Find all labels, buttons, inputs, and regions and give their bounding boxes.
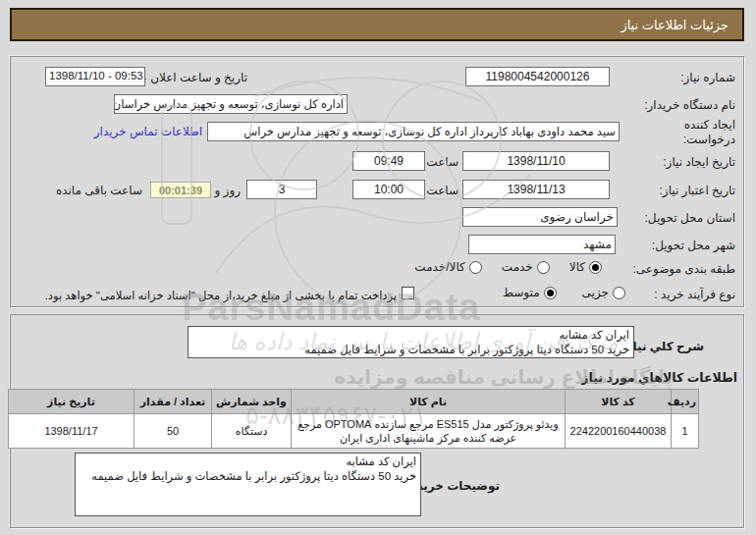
need-number-label: شماره نیاز: bbox=[680, 71, 735, 84]
buyer-contact-link[interactable]: اطلاعات تماس خریدار bbox=[94, 125, 202, 138]
page-title: جزئیات اطلاعات نیاز bbox=[621, 18, 729, 32]
page-title-bar: جزئیات اطلاعات نیاز bbox=[10, 8, 744, 41]
days-and-label: روز و bbox=[214, 184, 241, 197]
radio-icon[interactable] bbox=[537, 261, 550, 274]
radio-icon[interactable] bbox=[544, 287, 557, 299]
col-goods-code: کد کالا bbox=[566, 390, 672, 414]
col-unit: واحد شمارش bbox=[212, 390, 292, 414]
classification-label: طبقه بندی موضوعی: bbox=[632, 262, 735, 276]
radio-option-medium[interactable]: متوسط bbox=[503, 286, 557, 299]
announce-datetime-field[interactable]: 1398/11/10 - 09:53 bbox=[45, 67, 145, 86]
need-number-field[interactable]: 1198004542000126 bbox=[465, 67, 610, 86]
purchase-type-label: نوع فرآیند خرید : bbox=[654, 288, 735, 301]
goods-table-row: 1 2242200160440038 ویدئو پروژکتور مدل ES… bbox=[9, 414, 699, 449]
buyer-notes-field[interactable]: ایران کد مشابه خرید 50 دستگاه دیتا پروژک… bbox=[75, 453, 421, 516]
purchase-type-radio-group: جزیی متوسط bbox=[503, 286, 625, 299]
cell-unit: دستگاه bbox=[212, 414, 292, 449]
radio-option-partial[interactable]: جزیی bbox=[582, 286, 625, 299]
creator-label: ایجاد کننده درخواست: bbox=[683, 118, 735, 147]
creator-field[interactable]: سید محمد داودی بهاباد کارپرداز اداره کل … bbox=[207, 122, 620, 141]
city-field[interactable]: مشهد bbox=[468, 235, 616, 254]
goods-section-title: اطلاعات کالاهاي مورد نیاز bbox=[581, 370, 737, 385]
valid-hour-label: ساعت bbox=[426, 184, 459, 197]
col-row-number: ردیف bbox=[672, 390, 699, 414]
create-time-field[interactable]: 09:49 bbox=[352, 151, 425, 171]
need-details-panel: شماره نیاز: 1198004542000126 تاریخ و ساع… bbox=[10, 56, 744, 307]
province-field[interactable]: خراسان رضوی bbox=[462, 207, 618, 227]
radio-option-goods[interactable]: کالا bbox=[569, 260, 602, 274]
cell-goods-name: ویدئو پروژکتور مدل ES515 مرجع سازنده OPT… bbox=[292, 414, 566, 449]
goods-table-header-row: ردیف کد کالا نام کالا واحد شمارش تعداد /… bbox=[9, 390, 699, 414]
create-date-label: تاریخ ایجاد نیاز: bbox=[663, 155, 735, 169]
hours-remaining-label: ساعت باقی مانده bbox=[56, 184, 142, 197]
radio-icon[interactable] bbox=[469, 261, 482, 274]
treasury-checkbox[interactable] bbox=[402, 287, 414, 299]
city-label: شهر محل تحویل: bbox=[652, 239, 735, 252]
cell-need-date: 1398/11/17 bbox=[9, 414, 135, 449]
buyer-org-field[interactable]: اداره کل نوسازی، توسعه و تجهیز مدارس خرا… bbox=[114, 94, 348, 114]
need-description-panel: شرح کلي نیاز: ایران کد مشابه خرید 50 دست… bbox=[10, 314, 744, 528]
radio-option-goods-service[interactable]: کالا/خدمت bbox=[414, 260, 481, 274]
general-description-label: شرح کلي نیاز: bbox=[622, 340, 704, 353]
countdown-timer: 00:01:39 bbox=[150, 182, 211, 198]
cell-row-number: 1 bbox=[672, 414, 699, 449]
valid-days-field[interactable]: 3 bbox=[246, 180, 317, 199]
valid-date-field[interactable]: 1398/11/13 bbox=[462, 180, 610, 199]
buyer-org-label: نام دستگاه خریدار: bbox=[644, 98, 735, 112]
cell-quantity: 50 bbox=[135, 414, 212, 449]
create-hour-label: ساعت bbox=[426, 155, 459, 169]
create-date-field[interactable]: 1398/11/10 bbox=[462, 151, 610, 171]
radio-option-service[interactable]: خدمت bbox=[502, 260, 550, 274]
treasury-checkbox-label: پرداخت تمام یا بخشی از مبلغ خرید،از محل … bbox=[45, 289, 397, 302]
province-label: استان محل تحویل: bbox=[645, 211, 735, 225]
radio-icon[interactable] bbox=[589, 261, 602, 274]
goods-table: ردیف کد کالا نام کالا واحد شمارش تعداد /… bbox=[8, 389, 699, 449]
col-need-date: تاریخ نیاز bbox=[9, 390, 135, 414]
col-quantity: تعداد / مقدار bbox=[135, 390, 212, 414]
general-description-field[interactable]: ایران کد مشابه خرید 50 دستگاه دیتا پروژک… bbox=[188, 326, 634, 358]
col-goods-name: نام کالا bbox=[292, 390, 566, 414]
radio-icon[interactable] bbox=[613, 287, 625, 299]
valid-date-label: تاریخ اعتبار نیاز: bbox=[660, 184, 735, 197]
classification-radio-group: کالا خدمت کالا/خدمت bbox=[414, 260, 602, 274]
valid-time-field[interactable]: 10:00 bbox=[352, 180, 425, 199]
cell-goods-code: 2242200160440038 bbox=[566, 414, 672, 449]
